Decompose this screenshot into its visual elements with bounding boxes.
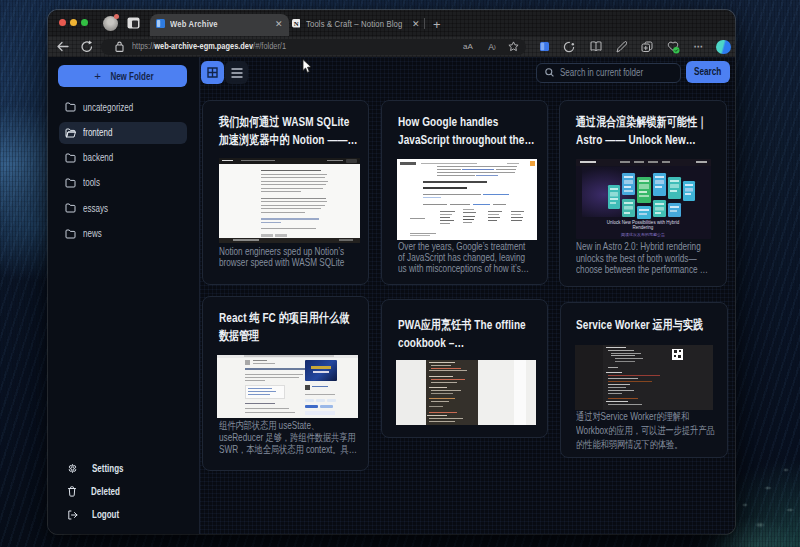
svg-text:N: N <box>293 20 298 27</box>
